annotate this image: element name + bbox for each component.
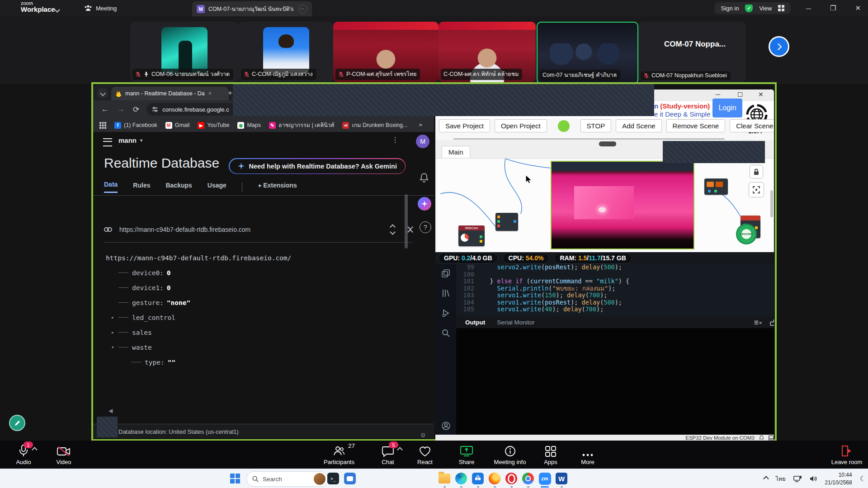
firebase-tab-extensions[interactable]: ✦ Extensions xyxy=(258,182,297,192)
bookmark-item[interactable]: f(1) Facebook xyxy=(114,121,157,130)
language-indicator[interactable]: ไทย xyxy=(776,474,786,483)
firebase-tab-backups[interactable]: Backups xyxy=(165,182,192,192)
options-caret-icon[interactable] xyxy=(397,447,403,453)
taskbar-icon-terminal[interactable]: >_ xyxy=(326,472,340,485)
add-scene-button[interactable]: Add Scene xyxy=(616,119,661,132)
account-icon[interactable] xyxy=(442,422,450,430)
taskbar-icon-file-explorer[interactable] xyxy=(438,472,451,485)
clear-output-icon[interactable]: ≣✕ xyxy=(754,319,762,326)
participant-tile[interactable]: P-COM-ผศ.สุรินทร์ เพชรไทย xyxy=(333,22,439,82)
gesture-node[interactable] xyxy=(495,213,518,231)
browser-tab-firebase[interactable]: mann - Realtime Database - Da × xyxy=(111,87,229,100)
run-debug-icon[interactable] xyxy=(442,309,450,317)
files-icon[interactable] xyxy=(442,269,450,277)
participant-tile[interactable]: COM-06-นายนนทวัฒน์ วงศ์วาด xyxy=(130,22,239,82)
new-tab-button[interactable]: + xyxy=(228,89,232,98)
next-participants-button[interactable] xyxy=(769,36,789,57)
tree-root[interactable]: https://mann-c94b7-default-rtdb.firebase… xyxy=(106,250,291,265)
bookmark-item[interactable]: MGmail xyxy=(165,121,190,130)
node-canvas[interactable]: WebCam CRACORE xyxy=(437,158,773,253)
firebase-tab-data[interactable]: Data xyxy=(104,181,118,193)
tree-row[interactable]: type:"" xyxy=(106,355,291,370)
toolbar-apps[interactable]: Apps xyxy=(537,443,564,465)
minimize-button[interactable]: ─ xyxy=(802,5,815,12)
tree-row[interactable]: ▸sales xyxy=(106,325,291,340)
toolbar-meeting-info[interactable]: Meeting info xyxy=(496,443,524,465)
toolbar-chat[interactable]: 5Chat xyxy=(374,443,401,465)
tree-row[interactable]: device0:0 xyxy=(106,265,291,280)
sign-in-button[interactable]: Sign in xyxy=(721,5,739,12)
stop-button[interactable]: STOP xyxy=(580,119,612,132)
output-tab-output[interactable]: Output xyxy=(465,319,485,326)
tree-row[interactable]: ▸led_control xyxy=(106,310,291,325)
participant-tile[interactable]: COM-07 Noppakhun Suebloei xyxy=(638,22,746,82)
expand-arrow-icon[interactable]: ▸ xyxy=(111,314,114,320)
apps-grid-icon[interactable] xyxy=(99,122,106,129)
taskbar-search[interactable]: Search xyxy=(246,471,328,487)
menu-hamburger-icon[interactable] xyxy=(103,138,112,146)
leave-room-button[interactable]: Leave room xyxy=(831,443,863,465)
code-editor[interactable]: 99 servo2.write(posRest); delay(500);100… xyxy=(456,264,774,316)
night-mode-moon-icon[interactable]: ☾ xyxy=(860,474,866,483)
restore-button[interactable]: ❐ xyxy=(826,4,840,12)
canvas-scrollbar[interactable] xyxy=(770,190,773,217)
help-icon[interactable]: ? xyxy=(420,221,431,233)
taskbar-icon-teams-chat[interactable] xyxy=(343,472,357,485)
taskbar-icon-chrome[interactable] xyxy=(521,472,535,485)
reload-icon[interactable]: ⟳ xyxy=(133,105,139,114)
output-console[interactable] xyxy=(456,328,774,435)
tab-search-icon[interactable] xyxy=(98,88,108,98)
library-icon[interactable] xyxy=(442,289,450,297)
speaker-icon[interactable] xyxy=(810,475,817,482)
image-node[interactable] xyxy=(704,178,728,195)
forward-icon[interactable]: → xyxy=(117,105,125,114)
clear-scene-button[interactable]: Clear Scene xyxy=(730,119,774,132)
firebase-tab-usage[interactable]: Usage xyxy=(208,182,226,192)
bookmark-item[interactable]: ✎อาชญากรรม | เดลินิวส์ xyxy=(269,121,334,130)
taskbar-icon-opera[interactable] xyxy=(505,472,518,485)
toolbar-video[interactable]: Video xyxy=(50,443,77,465)
start-button[interactable] xyxy=(228,472,242,485)
fit-view-button[interactable] xyxy=(749,182,764,197)
taskbar-icon-word[interactable]: W xyxy=(555,472,568,485)
panel-icon[interactable] xyxy=(769,435,774,441)
app-close-icon[interactable]: ✕ xyxy=(758,91,764,98)
scroll-left-icon[interactable]: ◀ xyxy=(108,408,113,414)
webcam-node[interactable]: WebCam xyxy=(458,225,485,246)
canvas-drag-handle[interactable] xyxy=(599,141,616,146)
tray-expand-icon[interactable] xyxy=(763,476,769,482)
kebab-menu-icon[interactable]: ⋮ xyxy=(392,136,399,144)
tab-close-icon[interactable]: × xyxy=(208,90,212,97)
expand-all-icon[interactable] xyxy=(391,225,395,234)
toolbar-participants[interactable]: 27Participants xyxy=(326,443,353,465)
participant-tile[interactable]: C-COM-ณัฐภูมิ แสงสว่าง xyxy=(239,22,333,82)
firebase-tab-rules[interactable]: Rules xyxy=(133,182,150,192)
back-icon[interactable]: ← xyxy=(101,105,109,114)
ask-gemini-button[interactable]: Need help with Realtime Database? Ask Ge… xyxy=(229,158,406,174)
gemini-assistant-icon[interactable] xyxy=(418,197,431,211)
open-project-button[interactable]: Open Project xyxy=(495,119,547,132)
lock-open-icon[interactable] xyxy=(770,319,774,326)
tree-row[interactable]: device1:0 xyxy=(106,280,291,295)
options-caret-icon[interactable] xyxy=(32,447,38,453)
tree-row[interactable]: gesture:"none" xyxy=(106,295,291,310)
bookmark-item[interactable]: ▶YouTube xyxy=(198,121,229,130)
toolbar-audio[interactable]: 1Audio xyxy=(10,443,37,465)
taskbar-icon-zoom[interactable]: zm xyxy=(538,472,552,485)
remove-scene-button[interactable]: Remove Scene xyxy=(666,119,726,132)
tab-options-icon[interactable]: ⋯ xyxy=(298,5,307,14)
view-grid-icon[interactable] xyxy=(778,5,784,11)
account-avatar[interactable]: M xyxy=(416,135,429,148)
clock[interactable]: 10:4421/10/2568 xyxy=(825,471,852,486)
tree-row[interactable]: ▾waste xyxy=(106,340,291,355)
login-button[interactable]: Login xyxy=(712,99,742,117)
theme-sun-icon[interactable]: ☼ xyxy=(420,430,427,438)
close-button[interactable]: ✕ xyxy=(851,4,864,12)
app-maximize-icon[interactable]: ☐ xyxy=(737,91,743,98)
collapse-all-icon[interactable] xyxy=(408,225,412,234)
collapse-arrow-icon[interactable]: ▾ xyxy=(111,344,114,350)
tab-meeting-document[interactable]: M COM-07-นายภาณุวัฒน์ นันทะปัติ's sc ⋯ xyxy=(192,1,312,16)
taskbar-icon-edge[interactable] xyxy=(454,472,468,485)
network-display-icon[interactable] xyxy=(793,475,802,483)
view-button[interactable]: View xyxy=(759,5,772,12)
